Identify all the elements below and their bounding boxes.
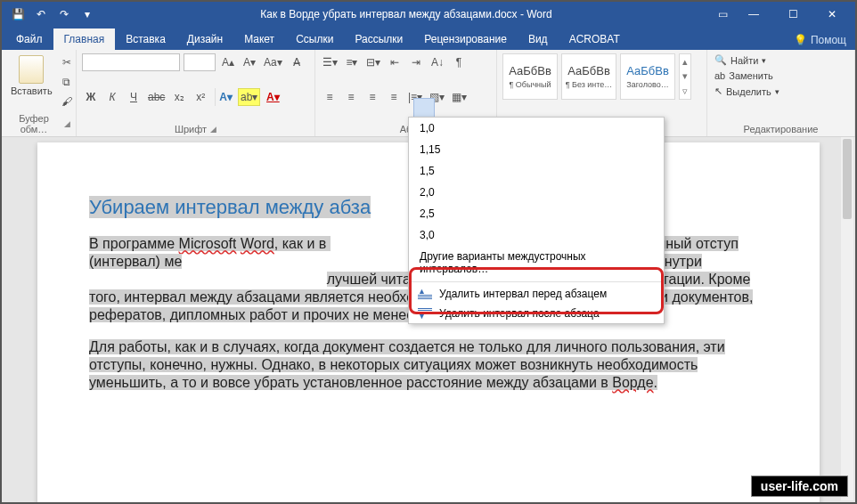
copy-icon[interactable]: ⧉	[58, 73, 76, 91]
select-button[interactable]: ↖Выделить▾	[713, 85, 849, 98]
group-font-label: Шрифт	[175, 124, 207, 134]
remove-space-after[interactable]: ▼ Удалить интервал после абзаца	[409, 304, 664, 323]
align-left-icon[interactable]: ≡	[321, 88, 339, 106]
strike-button[interactable]: abc	[146, 88, 167, 106]
group-editing: 🔍Найти▾ abЗаменить ↖Выделить▾ Редактиров…	[707, 50, 855, 136]
group-font: A▴ A▾ Aa▾ A̶ Ж К Ч abc x₂ x² A▾ ab▾ A▾ Ш…	[77, 50, 315, 136]
window-title: Как в Ворде убрать интервал между абзаца…	[103, 8, 709, 20]
font-dialog-launcher[interactable]: ◢	[210, 125, 216, 134]
space-after-icon: ▼	[418, 307, 432, 320]
bold-button[interactable]: Ж	[82, 88, 100, 106]
redo-icon[interactable]: ↷	[55, 5, 73, 23]
show-marks-icon[interactable]: ¶	[450, 53, 468, 71]
borders-icon[interactable]: ▦▾	[450, 88, 469, 106]
tab-design[interactable]: Дизайн	[176, 28, 233, 50]
shrink-font-icon[interactable]: A▾	[241, 53, 258, 71]
tab-view[interactable]: Вид	[518, 28, 559, 50]
clipboard-icon	[19, 55, 44, 84]
space-before-icon: ▲	[418, 288, 432, 300]
sort-icon[interactable]: A↓	[428, 53, 446, 71]
style-heading1[interactable]: АаБбВв Заголово…	[620, 53, 675, 100]
justify-icon[interactable]: ≡	[385, 88, 403, 106]
close-button[interactable]: ✕	[814, 4, 850, 25]
line-spacing-active-highlight	[413, 98, 435, 118]
align-center-icon[interactable]: ≡	[342, 88, 360, 106]
replace-icon: ab	[714, 70, 725, 81]
cut-icon[interactable]: ✂	[58, 53, 76, 71]
align-right-icon[interactable]: ≡	[363, 88, 381, 106]
group-clipboard: Вставить ✂ ⧉ 🖌 Буфер обм…◢	[2, 50, 77, 136]
subscript-button[interactable]: x₂	[170, 88, 188, 106]
spacing-1-5[interactable]: 1,5	[409, 160, 664, 182]
title-bar: 💾 ↶ ↷ ▾ Как в Ворде убрать интервал межд…	[2, 2, 855, 27]
replace-button[interactable]: abЗаменить	[713, 69, 849, 82]
styles-gallery-more[interactable]: ▴▾▿	[679, 53, 691, 100]
tab-layout[interactable]: Макет	[233, 28, 285, 50]
spacing-1-15[interactable]: 1,15	[409, 139, 664, 160]
superscript-button[interactable]: x²	[192, 88, 209, 106]
tell-me-search[interactable]: 💡 Помощ	[785, 30, 855, 50]
font-name-combo[interactable]	[82, 53, 180, 71]
tab-file[interactable]: Файл	[5, 28, 53, 50]
clipboard-dialog-launcher[interactable]: ◢	[64, 119, 70, 128]
spacing-2-0[interactable]: 2,0	[409, 182, 664, 203]
tab-insert[interactable]: Вставка	[115, 28, 176, 50]
text-effects-icon[interactable]: A▾	[215, 88, 234, 106]
spacing-2-5[interactable]: 2,5	[409, 203, 664, 224]
group-clipboard-label: Буфер обм…	[7, 113, 61, 134]
ribbon-options-icon[interactable]: ▭	[709, 8, 736, 20]
numbering-icon[interactable]: ≡▾	[343, 53, 361, 71]
doc-heading: Убираем интервал между абза	[89, 196, 371, 218]
tab-review[interactable]: Рецензирование	[413, 28, 518, 50]
group-editing-label: Редактирование	[744, 124, 819, 134]
style-normal[interactable]: АаБбВв ¶ Обычный	[502, 53, 558, 100]
remove-space-before[interactable]: ▲ Удалить интервал перед абзацем	[409, 284, 664, 304]
ribbon-tabs: Файл Главная Вставка Дизайн Макет Ссылки…	[2, 27, 855, 50]
minimize-button[interactable]: —	[736, 4, 771, 25]
spacing-more-options[interactable]: Другие варианты междустрочных интервалов…	[409, 246, 664, 280]
multilevel-icon[interactable]: ⊟▾	[364, 53, 382, 71]
find-button[interactable]: 🔍Найти▾	[713, 53, 849, 67]
vertical-scrollbar[interactable]	[841, 137, 853, 500]
highlight-icon[interactable]: ab▾	[238, 88, 260, 106]
undo-icon[interactable]: ↶	[32, 5, 50, 23]
underline-button[interactable]: Ч	[125, 88, 143, 106]
cursor-icon: ↖	[714, 85, 722, 97]
bullets-icon[interactable]: ☰▾	[321, 53, 339, 71]
grow-font-icon[interactable]: A▴	[219, 53, 237, 71]
line-spacing-menu: 1,0 1,15 1,5 2,0 2,5 3,0 Другие варианты…	[408, 117, 665, 324]
italic-button[interactable]: К	[103, 88, 121, 106]
font-color-icon[interactable]: A▾	[264, 88, 282, 106]
menu-separator	[409, 281, 664, 282]
save-icon[interactable]: 💾	[9, 5, 27, 23]
quick-access-toolbar: 💾 ↶ ↷ ▾	[2, 5, 103, 23]
search-icon: 🔍	[714, 54, 727, 66]
maximize-button[interactable]: ☐	[775, 4, 811, 25]
tab-home[interactable]: Главная	[53, 28, 116, 50]
paste-button[interactable]: Вставить	[7, 53, 56, 110]
tab-acrobat[interactable]: ACROBAT	[559, 28, 631, 50]
tell-me-label: Помощ	[811, 34, 846, 46]
tab-mailings[interactable]: Рассылки	[344, 28, 413, 50]
spacing-1-0[interactable]: 1,0	[409, 118, 664, 139]
qat-customize-icon[interactable]: ▾	[78, 5, 96, 23]
spacing-3-0[interactable]: 3,0	[409, 224, 664, 246]
change-case-icon[interactable]: Aa▾	[262, 53, 284, 71]
doc-paragraph-2: Для работы, как и в случаях, когда докум…	[89, 338, 768, 392]
watermark: user-life.com	[751, 476, 848, 497]
font-size-combo[interactable]	[184, 53, 216, 71]
decrease-indent-icon[interactable]: ⇤	[386, 53, 404, 71]
style-no-spacing[interactable]: АаБбВв ¶ Без инте…	[561, 53, 616, 100]
format-painter-icon[interactable]: 🖌	[58, 93, 76, 110]
scroll-thumb[interactable]	[843, 139, 852, 219]
clear-formatting-icon[interactable]: A̶	[288, 53, 306, 71]
increase-indent-icon[interactable]: ⇥	[407, 53, 425, 71]
tab-references[interactable]: Ссылки	[285, 28, 344, 50]
bulb-icon: 💡	[794, 34, 807, 46]
